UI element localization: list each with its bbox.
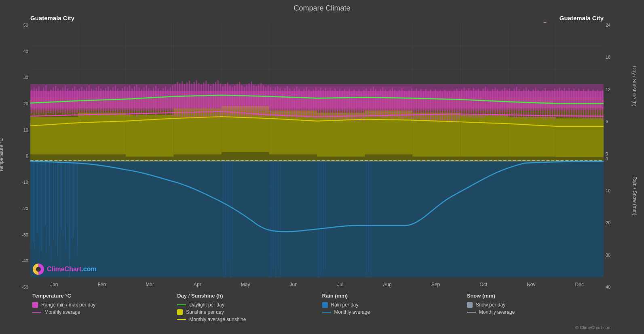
svg-rect-206 <box>365 89 367 117</box>
y-tick-n30: -30 <box>22 232 28 237</box>
svg-rect-252 <box>475 90 477 117</box>
svg-rect-99 <box>110 89 111 114</box>
svg-rect-34 <box>42 162 43 254</box>
svg-rect-233 <box>430 89 431 121</box>
svg-rect-108 <box>131 89 133 114</box>
svg-rect-331 <box>270 162 271 277</box>
svg-rect-205 <box>363 90 364 121</box>
svg-rect-266 <box>509 89 510 117</box>
svg-rect-280 <box>542 90 543 118</box>
svg-rect-101 <box>115 85 116 116</box>
svg-rect-218 <box>394 90 395 118</box>
svg-rect-72 <box>45 85 46 116</box>
legend-sunshine-avg: Monthly average sunshine <box>177 317 322 322</box>
svg-rect-304 <box>600 91 601 119</box>
svg-rect-65 <box>556 118 604 157</box>
svg-rect-158 <box>251 81 252 118</box>
svg-rect-178 <box>299 89 300 117</box>
svg-rect-122 <box>165 86 166 116</box>
svg-rect-125 <box>172 85 173 116</box>
y-right-label-sunshine: Day / Sunshine (h) <box>631 66 637 106</box>
svg-rect-239 <box>444 90 446 121</box>
legend-temp-range-label: Range min / max per day <box>41 302 95 308</box>
svg-rect-28 <box>30 162 31 249</box>
svg-rect-260 <box>494 87 496 117</box>
y-tick-20: 20 <box>23 101 28 106</box>
svg-rect-154 <box>241 85 243 117</box>
legend-rain-per-day-label: Rain per day <box>331 302 359 308</box>
chart-title: Compare Climate <box>8 4 636 13</box>
legend-snow-avg-label: Monthly average <box>479 309 515 315</box>
legend-rain-avg-label: Monthly average <box>334 309 370 315</box>
y-right-0bot: 0 <box>606 156 608 161</box>
svg-rect-173 <box>287 86 288 118</box>
svg-rect-275 <box>530 91 532 117</box>
legend-rain: Rain (mm) Rain per day Monthly average <box>322 293 467 322</box>
legend-sunshine-per-day-label: Sunshine per day <box>186 309 224 315</box>
svg-rect-190 <box>327 90 329 119</box>
svg-rect-219 <box>397 92 398 117</box>
svg-rect-222 <box>404 90 405 119</box>
sunshine-avg-swatch <box>177 319 186 320</box>
svg-rect-126 <box>174 84 175 117</box>
y-axis-left: Temperature °C 50 40 30 20 10 0 -10 -20 … <box>8 15 30 289</box>
svg-rect-271 <box>521 91 522 117</box>
svg-rect-282 <box>547 90 548 119</box>
svg-rect-187 <box>320 88 321 119</box>
y-right-12: 12 <box>606 87 610 92</box>
svg-rect-208 <box>370 89 372 117</box>
svg-rect-174 <box>289 89 290 117</box>
svg-rect-337 <box>321 162 321 274</box>
logo-text-bottom: ClimeChart.com <box>47 266 97 273</box>
legend-temp-avg: Monthly average <box>32 309 177 315</box>
svg-rect-329 <box>230 162 230 277</box>
svg-rect-71 <box>43 88 44 114</box>
svg-point-345 <box>36 267 41 272</box>
x-label-jul: Jul <box>337 282 343 287</box>
copyright: © ClimeChart.com <box>8 325 636 330</box>
svg-rect-212 <box>380 89 381 117</box>
x-label-dec: Dec <box>575 282 584 287</box>
svg-rect-68 <box>36 89 37 114</box>
svg-rect-110 <box>136 85 137 117</box>
svg-rect-330 <box>232 162 233 258</box>
svg-rect-144 <box>217 80 219 119</box>
svg-rect-270 <box>518 89 519 117</box>
svg-rect-175 <box>291 91 293 116</box>
svg-rect-180 <box>304 89 305 117</box>
svg-rect-29 <box>32 162 33 240</box>
svg-rect-143 <box>215 82 216 118</box>
legend-area: Temperature °C Range min / max per day M… <box>8 289 636 324</box>
x-label-jan: Jan <box>50 282 58 287</box>
svg-rect-182 <box>308 89 309 118</box>
svg-rect-198 <box>346 91 348 119</box>
svg-rect-57 <box>174 108 222 154</box>
svg-rect-112 <box>141 89 142 114</box>
svg-rect-251 <box>473 88 474 118</box>
svg-rect-325 <box>77 162 78 256</box>
svg-rect-232 <box>428 91 429 119</box>
svg-rect-287 <box>559 88 560 118</box>
svg-rect-159 <box>253 85 254 117</box>
svg-rect-146 <box>222 86 224 117</box>
svg-rect-342 <box>371 162 372 277</box>
svg-rect-242 <box>452 92 453 121</box>
svg-rect-318 <box>60 162 61 267</box>
svg-rect-177 <box>296 87 298 118</box>
svg-rect-231 <box>425 89 427 121</box>
svg-rect-339 <box>325 162 326 269</box>
y-tick-10: 10 <box>23 128 28 132</box>
y-tick-30: 30 <box>23 75 28 80</box>
svg-rect-147 <box>225 84 226 117</box>
y-tick-n20: -20 <box>22 206 28 211</box>
svg-rect-250 <box>471 90 472 117</box>
legend-sunshine: Day / Sunshine (h) Daylight per day Suns… <box>177 293 322 322</box>
svg-rect-309 <box>39 162 40 258</box>
svg-rect-66 <box>31 89 32 114</box>
y-right-6: 6 <box>606 119 608 124</box>
legend-rain-title: Rain (mm) <box>322 293 467 299</box>
svg-rect-255 <box>483 89 484 119</box>
svg-rect-105 <box>124 86 125 116</box>
logo-icon-bottom <box>32 263 44 275</box>
svg-rect-303 <box>597 89 598 119</box>
